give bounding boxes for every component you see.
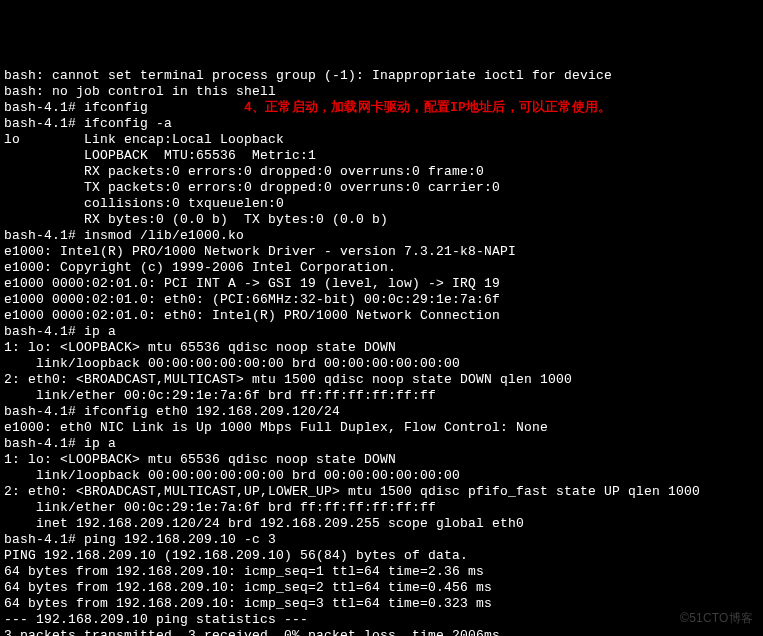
terminal-line: e1000: Copyright (c) 1999-2006 Intel Cor… <box>4 260 759 276</box>
terminal-line: --- 192.168.209.10 ping statistics --- <box>4 612 759 628</box>
terminal-line: inet 192.168.209.120/24 brd 192.168.209.… <box>4 516 759 532</box>
terminal-line: bash-4.1# ping 192.168.209.10 -c 3 <box>4 532 759 548</box>
terminal-line: link/ether 00:0c:29:1e:7a:6f brd ff:ff:f… <box>4 500 759 516</box>
terminal-line: LOOPBACK MTU:65536 Metric:1 <box>4 148 759 164</box>
terminal-line: bash-4.1# ifconfig 4、正常启动，加载网卡驱动，配置IP地址后… <box>4 100 759 116</box>
terminal-line: bash: cannot set terminal process group … <box>4 68 759 84</box>
terminal-line: RX packets:0 errors:0 dropped:0 overruns… <box>4 164 759 180</box>
terminal-line: lo Link encap:Local Loopback <box>4 132 759 148</box>
terminal-line: collisions:0 txqueuelen:0 <box>4 196 759 212</box>
terminal-line: link/ether 00:0c:29:1e:7a:6f brd ff:ff:f… <box>4 388 759 404</box>
terminal-line: bash: no job control in this shell <box>4 84 759 100</box>
terminal-line: 64 bytes from 192.168.209.10: icmp_seq=3… <box>4 596 759 612</box>
terminal-line: 1: lo: <LOOPBACK> mtu 65536 qdisc noop s… <box>4 340 759 356</box>
terminal-line: e1000 0000:02:01.0: eth0: (PCI:66MHz:32-… <box>4 292 759 308</box>
terminal-line: RX bytes:0 (0.0 b) TX bytes:0 (0.0 b) <box>4 212 759 228</box>
watermark: ©51CTO博客 <box>680 610 753 626</box>
terminal-line: bash-4.1# ip a <box>4 436 759 452</box>
terminal-line: e1000 0000:02:01.0: PCI INT A -> GSI 19 … <box>4 276 759 292</box>
terminal-line: bash-4.1# ip a <box>4 324 759 340</box>
terminal-line: TX packets:0 errors:0 dropped:0 overruns… <box>4 180 759 196</box>
terminal-line: e1000 0000:02:01.0: eth0: Intel(R) PRO/1… <box>4 308 759 324</box>
terminal-output[interactable]: bash: cannot set terminal process group … <box>4 68 759 636</box>
terminal-line: link/loopback 00:00:00:00:00:00 brd 00:0… <box>4 468 759 484</box>
terminal-line: 64 bytes from 192.168.209.10: icmp_seq=1… <box>4 564 759 580</box>
terminal-line: 2: eth0: <BROADCAST,MULTICAST> mtu 1500 … <box>4 372 759 388</box>
terminal-line: 2: eth0: <BROADCAST,MULTICAST,UP,LOWER_U… <box>4 484 759 500</box>
terminal-line: PING 192.168.209.10 (192.168.209.10) 56(… <box>4 548 759 564</box>
terminal-line: 3 packets transmitted, 3 received, 0% pa… <box>4 628 759 636</box>
terminal-line: 1: lo: <LOOPBACK> mtu 65536 qdisc noop s… <box>4 452 759 468</box>
terminal-line: 64 bytes from 192.168.209.10: icmp_seq=2… <box>4 580 759 596</box>
terminal-line: bash-4.1# ifconfig -a <box>4 116 759 132</box>
terminal-line: link/loopback 00:00:00:00:00:00 brd 00:0… <box>4 356 759 372</box>
terminal-line: e1000: eth0 NIC Link is Up 1000 Mbps Ful… <box>4 420 759 436</box>
annotation-text: 4、正常启动，加载网卡驱动，配置IP地址后，可以正常使用。 <box>244 100 611 115</box>
terminal-line: bash-4.1# ifconfig eth0 192.168.209.120/… <box>4 404 759 420</box>
terminal-line: e1000: Intel(R) PRO/1000 Network Driver … <box>4 244 759 260</box>
terminal-line: bash-4.1# insmod /lib/e1000.ko <box>4 228 759 244</box>
